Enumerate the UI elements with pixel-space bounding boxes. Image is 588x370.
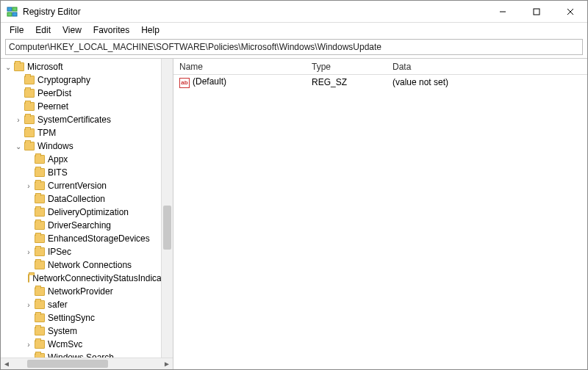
tree-item-label: BITS	[48, 167, 71, 178]
tree-item[interactable]: ›PeerDist	[4, 87, 173, 100]
menu-view[interactable]: View	[57, 23, 87, 37]
folder-icon	[35, 327, 45, 335]
tree-item[interactable]: ›WcmSvc	[4, 338, 173, 351]
scroll-right-icon[interactable]: ►	[161, 360, 173, 368]
tree-item[interactable]: ⌄Microsoft	[4, 60, 173, 73]
column-header-data[interactable]: Data	[387, 59, 587, 74]
registry-editor-window: Registry Editor File Edit View Favorites…	[0, 0, 588, 370]
svg-rect-3	[12, 12, 17, 16]
tree-item[interactable]: ›Appx	[4, 153, 173, 166]
tree-vertical-scrollbar[interactable]	[161, 59, 173, 358]
tree-item[interactable]: ›Network Connections	[4, 258, 173, 272]
minimize-button[interactable]	[486, 1, 520, 22]
tree-item-label: DataCollection	[48, 194, 108, 204]
scroll-left-icon[interactable]: ◄	[1, 360, 12, 368]
list-row[interactable]: ab(Default)REG_SZ(value not set)	[173, 75, 587, 90]
tree-item-label: Microsoft	[27, 62, 66, 72]
tree-item[interactable]: ›DataCollection	[4, 192, 173, 206]
tree-item[interactable]: ›NetworkProvider	[4, 285, 173, 298]
folder-icon	[35, 181, 45, 190]
chevron-down-icon[interactable]: ⌄	[4, 63, 12, 71]
cell-type: REG_SZ	[306, 77, 387, 87]
tree-item-label: Appx	[48, 154, 71, 164]
svg-rect-0	[7, 7, 12, 11]
value-name: (Default)	[193, 76, 226, 87]
tree-item-label: DeliveryOptimization	[48, 207, 132, 217]
chevron-right-icon[interactable]: ›	[24, 182, 33, 190]
folder-icon	[35, 247, 45, 256]
folder-icon	[35, 208, 45, 217]
tree-item-label: NetworkProvider	[48, 286, 116, 297]
svg-rect-2	[7, 12, 12, 16]
folder-icon	[35, 261, 45, 269]
folder-icon	[35, 168, 45, 177]
menu-favorites[interactable]: Favorites	[87, 23, 135, 37]
tree-item-label: NetworkConnectivityStatusIndicator	[32, 273, 173, 283]
column-header-name[interactable]: Name	[173, 59, 306, 74]
menubar: File Edit View Favorites Help	[1, 23, 587, 37]
chevron-right-icon[interactable]: ›	[24, 248, 33, 256]
menu-edit[interactable]: Edit	[29, 23, 57, 37]
folder-icon	[35, 234, 45, 243]
cell-data: (value not set)	[387, 77, 587, 87]
folder-icon	[14, 62, 24, 71]
tree-item[interactable]: ›DriverSearching	[4, 219, 173, 232]
tree-item[interactable]: ›TPM	[4, 126, 173, 139]
tree-pane: ⌄Microsoft›Cryptography›PeerDist›Peernet…	[1, 59, 173, 369]
tree-item-label: Network Connections	[48, 260, 135, 270]
tree-item[interactable]: ›DeliveryOptimization	[4, 206, 173, 219]
window-controls	[486, 1, 587, 22]
chevron-right-icon[interactable]: ›	[14, 116, 23, 124]
registry-tree[interactable]: ⌄Microsoft›Cryptography›PeerDist›Peernet…	[1, 59, 173, 369]
folder-icon	[24, 115, 35, 124]
tree-item-label: PeerDist	[37, 88, 74, 98]
chevron-right-icon[interactable]: ›	[24, 341, 33, 349]
menu-file[interactable]: File	[4, 23, 29, 37]
tree-item-label: EnhancedStorageDevices	[48, 233, 153, 244]
tree-item-label: Windows	[37, 141, 76, 151]
tree-item[interactable]: ›SystemCertificates	[4, 113, 173, 126]
tree-item-label: IPSec	[48, 247, 74, 257]
tree-item-label: Cryptography	[37, 75, 93, 85]
list-header: Name Type Data	[173, 59, 587, 75]
tree-item-label: WcmSvc	[48, 339, 85, 349]
tree-horizontal-scrollbar[interactable]: ◄ ►	[1, 358, 173, 369]
menu-help[interactable]: Help	[135, 23, 165, 37]
folder-icon	[24, 76, 35, 84]
tree-item[interactable]: ›EnhancedStorageDevices	[4, 232, 173, 245]
tree-item-label: CurrentVersion	[48, 181, 110, 191]
tree-item-label: SettingSync	[48, 313, 98, 323]
chevron-right-icon[interactable]: ›	[24, 301, 33, 309]
maximize-button[interactable]	[520, 1, 553, 22]
folder-icon	[35, 195, 45, 203]
close-button[interactable]	[553, 1, 587, 22]
string-value-icon: ab	[179, 78, 190, 88]
folder-icon	[28, 274, 29, 283]
scrollbar-thumb[interactable]	[163, 206, 171, 250]
list-body[interactable]: ab(Default)REG_SZ(value not set)	[173, 75, 587, 369]
titlebar: Registry Editor	[1, 1, 587, 23]
content-area: ⌄Microsoft›Cryptography›PeerDist›Peernet…	[1, 58, 587, 369]
tree-item[interactable]: ›Cryptography	[4, 73, 173, 87]
registry-editor-icon	[7, 6, 18, 18]
tree-item[interactable]: ›SettingSync	[4, 311, 173, 324]
folder-icon	[35, 221, 45, 230]
column-header-type[interactable]: Type	[306, 59, 387, 74]
folder-icon	[24, 128, 35, 137]
tree-item-label: DriverSearching	[48, 220, 114, 231]
address-bar[interactable]: Computer\HKEY_LOCAL_MACHINE\SOFTWARE\Pol…	[5, 39, 583, 55]
tree-item[interactable]: ›IPSec	[4, 245, 173, 258]
tree-item[interactable]: ›safer	[4, 298, 173, 311]
folder-icon	[24, 89, 35, 98]
tree-item[interactable]: ›System	[4, 324, 173, 338]
tree-item[interactable]: ›BITS	[4, 166, 173, 179]
folder-icon	[24, 142, 35, 150]
tree-item-label: Peernet	[37, 101, 71, 112]
tree-item[interactable]: ›CurrentVersion	[4, 179, 173, 192]
tree-item[interactable]: ›Peernet	[4, 100, 173, 113]
tree-item[interactable]: ⌄Windows	[4, 139, 173, 153]
folder-icon	[35, 313, 45, 322]
scrollbar-thumb[interactable]	[27, 360, 108, 368]
chevron-down-icon[interactable]: ⌄	[14, 142, 23, 150]
tree-item[interactable]: ›NetworkConnectivityStatusIndicator	[4, 272, 173, 285]
